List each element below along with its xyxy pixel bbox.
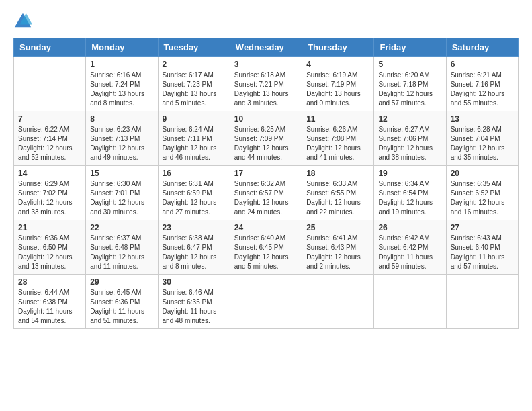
calendar-cell: 11Sunrise: 6:26 AMSunset: 7:08 PMDayligh… <box>302 111 374 166</box>
calendar-cell <box>446 275 518 329</box>
day-info: Sunrise: 6:44 AMSunset: 6:38 PMDaylight:… <box>18 288 81 326</box>
day-number: 30 <box>163 277 226 287</box>
day-info: Sunrise: 6:40 AMSunset: 6:45 PMDaylight:… <box>234 234 298 271</box>
weekday-header-monday: Monday <box>86 38 158 57</box>
day-info: Sunrise: 6:34 AMSunset: 6:54 PMDaylight:… <box>378 179 441 217</box>
calendar-cell <box>14 57 86 111</box>
day-number: 27 <box>451 223 514 232</box>
calendar-cell: 15Sunrise: 6:30 AMSunset: 7:01 PMDayligh… <box>86 166 158 220</box>
calendar-cell: 16Sunrise: 6:31 AMSunset: 6:59 PMDayligh… <box>158 166 230 220</box>
day-info: Sunrise: 6:22 AMSunset: 7:14 PMDaylight:… <box>18 125 81 163</box>
calendar-cell: 9Sunrise: 6:24 AMSunset: 7:11 PMDaylight… <box>158 111 230 166</box>
day-number: 11 <box>306 114 369 124</box>
calendar-cell <box>374 275 446 329</box>
day-info: Sunrise: 6:28 AMSunset: 7:04 PMDaylight:… <box>451 125 514 163</box>
calendar-cell: 26Sunrise: 6:42 AMSunset: 6:42 PMDayligh… <box>374 220 446 275</box>
day-number: 22 <box>90 223 153 232</box>
calendar-cell: 6Sunrise: 6:21 AMSunset: 7:16 PMDaylight… <box>446 57 518 111</box>
day-info: Sunrise: 6:31 AMSunset: 6:59 PMDaylight:… <box>163 179 226 217</box>
calendar-cell: 19Sunrise: 6:34 AMSunset: 6:54 PMDayligh… <box>374 166 446 220</box>
calendar-cell: 24Sunrise: 6:40 AMSunset: 6:45 PMDayligh… <box>230 220 302 275</box>
day-info: Sunrise: 6:19 AMSunset: 7:19 PMDaylight:… <box>306 71 369 108</box>
day-info: Sunrise: 6:46 AMSunset: 6:35 PMDaylight:… <box>163 288 226 326</box>
day-number: 12 <box>378 114 441 124</box>
weekday-header-row: SundayMondayTuesdayWednesdayThursdayFrid… <box>14 38 519 57</box>
calendar-cell: 17Sunrise: 6:32 AMSunset: 6:57 PMDayligh… <box>230 166 302 220</box>
day-number: 13 <box>451 114 514 124</box>
calendar-cell <box>302 275 374 329</box>
calendar-cell: 30Sunrise: 6:46 AMSunset: 6:35 PMDayligh… <box>158 275 230 329</box>
weekday-header-friday: Friday <box>374 38 446 57</box>
calendar-cell: 1Sunrise: 6:16 AMSunset: 7:24 PMDaylight… <box>86 57 158 111</box>
weekday-header-sunday: Sunday <box>14 38 86 57</box>
weekday-header-thursday: Thursday <box>302 38 374 57</box>
day-info: Sunrise: 6:38 AMSunset: 6:47 PMDaylight:… <box>163 234 226 271</box>
day-info: Sunrise: 6:25 AMSunset: 7:09 PMDaylight:… <box>234 125 298 163</box>
calendar-cell: 10Sunrise: 6:25 AMSunset: 7:09 PMDayligh… <box>230 111 302 166</box>
day-info: Sunrise: 6:37 AMSunset: 6:48 PMDaylight:… <box>90 234 153 271</box>
day-number: 15 <box>90 169 153 178</box>
day-number: 8 <box>90 114 153 124</box>
day-info: Sunrise: 6:24 AMSunset: 7:11 PMDaylight:… <box>163 125 226 163</box>
logo <box>13 11 34 30</box>
day-number: 20 <box>451 169 514 178</box>
calendar-page: SundayMondayTuesdayWednesdayThursdayFrid… <box>0 0 532 411</box>
day-number: 7 <box>18 114 81 124</box>
page-header <box>13 11 519 30</box>
week-row-2: 7Sunrise: 6:22 AMSunset: 7:14 PMDaylight… <box>14 111 519 166</box>
day-info: Sunrise: 6:23 AMSunset: 7:13 PMDaylight:… <box>90 125 153 163</box>
day-info: Sunrise: 6:21 AMSunset: 7:16 PMDaylight:… <box>451 71 514 108</box>
day-number: 23 <box>163 223 226 232</box>
weekday-header-saturday: Saturday <box>446 38 518 57</box>
calendar-cell: 28Sunrise: 6:44 AMSunset: 6:38 PMDayligh… <box>14 275 86 329</box>
calendar-cell: 25Sunrise: 6:41 AMSunset: 6:43 PMDayligh… <box>302 220 374 275</box>
day-number: 6 <box>451 60 514 69</box>
day-number: 14 <box>18 169 81 178</box>
day-number: 1 <box>90 60 153 69</box>
day-number: 26 <box>378 223 441 232</box>
week-row-4: 21Sunrise: 6:36 AMSunset: 6:50 PMDayligh… <box>14 220 519 275</box>
day-info: Sunrise: 6:41 AMSunset: 6:43 PMDaylight:… <box>306 234 369 271</box>
calendar-cell: 27Sunrise: 6:43 AMSunset: 6:40 PMDayligh… <box>446 220 518 275</box>
day-number: 5 <box>378 60 441 69</box>
day-info: Sunrise: 6:26 AMSunset: 7:08 PMDaylight:… <box>306 125 369 163</box>
day-number: 3 <box>234 60 298 69</box>
calendar-cell: 14Sunrise: 6:29 AMSunset: 7:02 PMDayligh… <box>14 166 86 220</box>
calendar-cell <box>230 275 302 329</box>
day-info: Sunrise: 6:18 AMSunset: 7:21 PMDaylight:… <box>234 71 298 108</box>
week-row-3: 14Sunrise: 6:29 AMSunset: 7:02 PMDayligh… <box>14 166 519 220</box>
calendar-table: SundayMondayTuesdayWednesdayThursdayFrid… <box>13 38 519 329</box>
calendar-cell: 3Sunrise: 6:18 AMSunset: 7:21 PMDaylight… <box>230 57 302 111</box>
calendar-cell: 13Sunrise: 6:28 AMSunset: 7:04 PMDayligh… <box>446 111 518 166</box>
day-number: 19 <box>378 169 441 178</box>
calendar-cell: 8Sunrise: 6:23 AMSunset: 7:13 PMDaylight… <box>86 111 158 166</box>
calendar-cell: 12Sunrise: 6:27 AMSunset: 7:06 PMDayligh… <box>374 111 446 166</box>
calendar-cell: 20Sunrise: 6:35 AMSunset: 6:52 PMDayligh… <box>446 166 518 220</box>
day-info: Sunrise: 6:32 AMSunset: 6:57 PMDaylight:… <box>234 179 298 217</box>
day-number: 9 <box>163 114 226 124</box>
day-info: Sunrise: 6:33 AMSunset: 6:55 PMDaylight:… <box>306 179 369 217</box>
week-row-1: 1Sunrise: 6:16 AMSunset: 7:24 PMDaylight… <box>14 57 519 111</box>
day-number: 21 <box>18 223 81 232</box>
calendar-cell: 21Sunrise: 6:36 AMSunset: 6:50 PMDayligh… <box>14 220 86 275</box>
week-row-5: 28Sunrise: 6:44 AMSunset: 6:38 PMDayligh… <box>14 275 519 329</box>
day-number: 4 <box>306 60 369 69</box>
weekday-header-tuesday: Tuesday <box>158 38 230 57</box>
day-info: Sunrise: 6:43 AMSunset: 6:40 PMDaylight:… <box>451 234 514 271</box>
day-number: 28 <box>18 277 81 287</box>
day-number: 10 <box>234 114 298 124</box>
calendar-cell: 29Sunrise: 6:45 AMSunset: 6:36 PMDayligh… <box>86 275 158 329</box>
day-number: 25 <box>306 223 369 232</box>
calendar-cell: 2Sunrise: 6:17 AMSunset: 7:23 PMDaylight… <box>158 57 230 111</box>
day-info: Sunrise: 6:20 AMSunset: 7:18 PMDaylight:… <box>378 71 441 108</box>
day-info: Sunrise: 6:30 AMSunset: 7:01 PMDaylight:… <box>90 179 153 217</box>
day-info: Sunrise: 6:27 AMSunset: 7:06 PMDaylight:… <box>378 125 441 163</box>
day-number: 16 <box>163 169 226 178</box>
day-info: Sunrise: 6:17 AMSunset: 7:23 PMDaylight:… <box>163 71 226 108</box>
day-number: 29 <box>90 277 153 287</box>
calendar-cell: 5Sunrise: 6:20 AMSunset: 7:18 PMDaylight… <box>374 57 446 111</box>
calendar-cell: 18Sunrise: 6:33 AMSunset: 6:55 PMDayligh… <box>302 166 374 220</box>
logo-icon <box>13 11 32 30</box>
day-info: Sunrise: 6:35 AMSunset: 6:52 PMDaylight:… <box>451 179 514 217</box>
day-number: 2 <box>163 60 226 69</box>
